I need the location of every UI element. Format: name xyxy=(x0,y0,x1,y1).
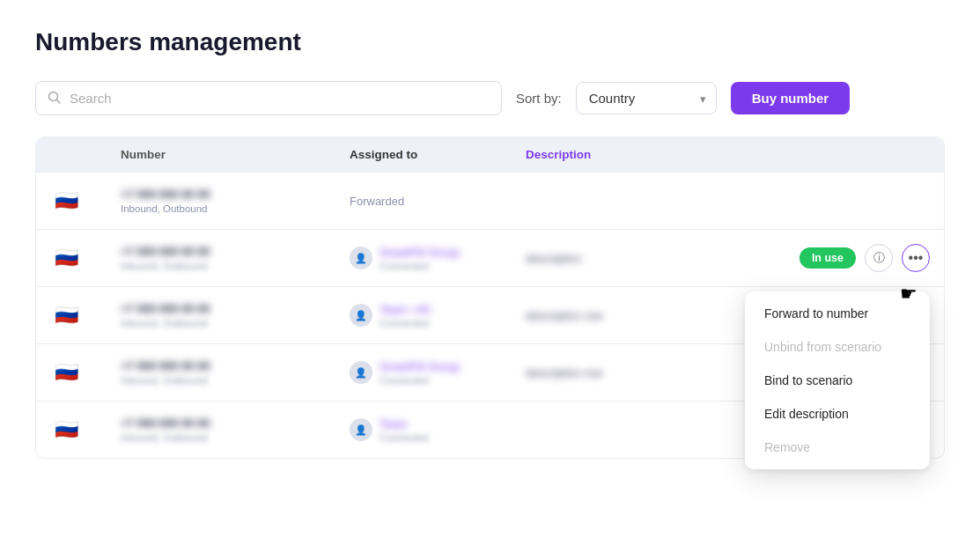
assigned-name: SmartFill Group xyxy=(379,246,460,259)
table-row: 🇷🇺 +7 000 000 00 00 Inbound, Outbound Fo… xyxy=(36,172,944,229)
status-badge: In use xyxy=(799,247,856,269)
number-main: +7 000 000 00 00 xyxy=(121,359,350,372)
desc-col: description row xyxy=(526,309,771,322)
assigned-text: Team Connected xyxy=(379,417,429,443)
row-actions: In use ⓘ ••• Forward to number Unbind fr… xyxy=(771,244,930,272)
number-sub: Inbound, Outbound xyxy=(121,261,350,271)
assigned-name: Forwarded xyxy=(350,195,404,208)
number-main: +7 000 000 00 00 xyxy=(121,245,350,258)
number-main: +7 000 000 00 00 xyxy=(121,416,350,430)
page: Numbers management Sort by: Country Numb… xyxy=(0,0,980,538)
flag-icon: 🇷🇺 xyxy=(50,414,82,446)
number-sub: Inbound, Outbound xyxy=(121,375,350,386)
dropdown-menu: Forward to number Unbind from scenario B… xyxy=(745,291,930,469)
th-number: Number xyxy=(121,148,350,161)
desc-col: description xyxy=(526,252,771,265)
sort-select[interactable]: Country Number Assigned to xyxy=(576,82,717,114)
assigned-text: Team +40 Connected xyxy=(379,303,430,328)
sort-select-wrap: Country Number Assigned to xyxy=(576,82,717,114)
assigned-name: Team xyxy=(379,417,429,431)
flag-icon: 🇷🇺 xyxy=(50,357,82,388)
search-icon xyxy=(48,91,61,107)
dropdown-item-unbind: Unbind from scenario xyxy=(745,330,930,364)
info-button[interactable]: ⓘ xyxy=(865,244,893,272)
flag-icon: 🇷🇺 xyxy=(50,242,82,274)
search-input[interactable] xyxy=(35,81,502,115)
assigned-sub: Connected xyxy=(379,432,429,443)
dropdown-item-edit[interactable]: Edit description xyxy=(745,397,930,431)
th-actions xyxy=(771,148,930,161)
assigned-col: Forwarded xyxy=(350,195,526,208)
assigned-name: Team +40 xyxy=(379,303,430,316)
page-title: Numbers management xyxy=(35,28,945,56)
assigned-col: 👤 Team Connected xyxy=(350,417,526,443)
table-row: 🇷🇺 +7 000 000 00 00 Inbound, Outbound 👤 … xyxy=(36,229,944,286)
number-sub: Inbound, Outbound xyxy=(121,203,350,214)
svg-line-1 xyxy=(57,99,61,103)
user-avatar: 👤 xyxy=(350,304,372,327)
assigned-col: 👤 SmartFill Group Connected xyxy=(350,360,526,386)
assigned-text: Forwarded xyxy=(350,195,404,208)
numbers-table: Number Assigned to Description 🇷🇺 +7 000… xyxy=(35,136,945,459)
number-col: +7 000 000 00 00 Inbound, Outbound xyxy=(121,245,350,271)
sort-by-label: Sort by: xyxy=(516,91,562,106)
desc-col: description row xyxy=(526,366,771,380)
number-col: +7 000 000 00 00 Inbound, Outbound xyxy=(121,302,350,328)
number-main: +7 000 000 00 00 xyxy=(121,188,350,201)
flag-icon: 🇷🇺 xyxy=(50,185,82,217)
th-assigned: Assigned to xyxy=(350,148,526,161)
assigned-col: 👤 Team +40 Connected xyxy=(350,303,526,328)
dropdown-item-bind[interactable]: Bind to scenario xyxy=(745,364,930,397)
user-avatar: 👤 xyxy=(350,247,372,269)
assigned-name: SmartFill Group xyxy=(379,360,460,373)
user-avatar: 👤 xyxy=(350,418,372,441)
number-sub: Inbound, Outbound xyxy=(121,318,350,328)
search-wrapper xyxy=(35,81,502,115)
dropdown-item-remove: Remove xyxy=(745,431,930,464)
dropdown-item-forward[interactable]: Forward to number xyxy=(745,297,930,330)
assigned-sub: Connected xyxy=(379,375,460,386)
flag-icon: 🇷🇺 xyxy=(50,299,82,331)
assigned-text: SmartFill Group Connected xyxy=(379,360,460,386)
number-sub: Inbound, Outbound xyxy=(121,432,350,443)
assigned-text: SmartFill Group Connected xyxy=(379,246,460,271)
more-options-button[interactable]: ••• xyxy=(902,244,930,272)
table-header: Number Assigned to Description xyxy=(36,137,944,172)
th-flag xyxy=(50,148,121,161)
user-avatar: 👤 xyxy=(350,361,372,384)
number-main: +7 000 000 00 00 xyxy=(121,302,350,315)
actions-col: In use xyxy=(771,190,930,211)
number-col: +7 000 000 00 00 Inbound, Outbound xyxy=(121,359,350,386)
assigned-sub: Connected xyxy=(379,318,430,328)
assigned-col: 👤 SmartFill Group Connected xyxy=(350,246,526,271)
number-col: +7 000 000 00 00 Inbound, Outbound xyxy=(121,416,350,443)
toolbar: Sort by: Country Number Assigned to Buy … xyxy=(35,81,945,115)
number-col: +7 000 000 00 00 Inbound, Outbound xyxy=(121,188,350,214)
buy-number-button[interactable]: Buy number xyxy=(731,82,851,114)
assigned-sub: Connected xyxy=(379,261,460,271)
th-description: Description xyxy=(526,148,771,161)
